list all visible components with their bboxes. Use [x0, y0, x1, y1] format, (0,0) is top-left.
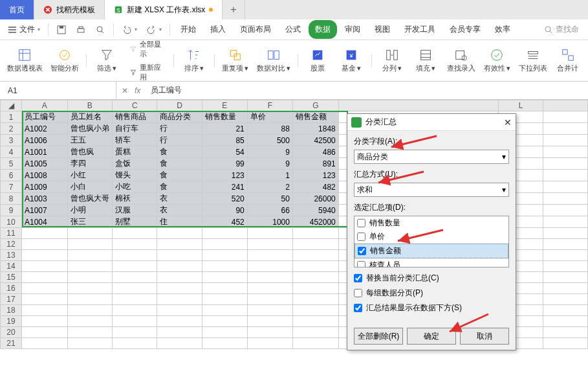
menu-view[interactable]: 视图 [368, 20, 397, 39]
split-button[interactable]: 分列 ▾ [376, 47, 408, 74]
row-header[interactable]: 19 [1, 316, 22, 327]
pivot-button[interactable]: 数据透视表 [4, 47, 45, 74]
stock-button[interactable]: 股票 [301, 47, 334, 74]
cell[interactable]: 曾也疯大哥 [67, 193, 112, 205]
cell[interactable]: 42500 [292, 135, 338, 146]
items-listbox[interactable]: 销售数量 单价 销售金额 核查人员 [354, 216, 509, 267]
lookup-button[interactable]: 查找录入 [443, 47, 479, 74]
showall-button[interactable]: 全部显示 [127, 38, 167, 60]
row-header[interactable]: 6 [1, 170, 22, 181]
row-header[interactable]: 21 [1, 338, 22, 349]
cell[interactable]: 452 [202, 216, 247, 228]
menu-review[interactable]: 审阅 [338, 20, 367, 39]
print-button[interactable] [72, 22, 90, 38]
undo-button[interactable]: ▾ [118, 22, 141, 38]
cell[interactable]: 486 [292, 146, 338, 158]
cell[interactable]: 9 [247, 158, 292, 170]
cell[interactable]: A1008 [22, 170, 68, 181]
cell[interactable]: 85 [202, 135, 247, 146]
cell[interactable]: 26000 [292, 193, 338, 205]
menu-pagelayout[interactable]: 页面布局 [234, 20, 278, 39]
cell[interactable]: 小吃 [113, 181, 157, 193]
cell[interactable]: 李四 [67, 158, 112, 170]
cell[interactable]: 食 [157, 170, 202, 181]
cell[interactable]: 销售金额 [292, 111, 338, 123]
pagebreak-check[interactable]: 每组数据分页(P) [354, 288, 509, 299]
cell[interactable]: A1007 [22, 205, 68, 216]
cell[interactable]: 50 [247, 193, 292, 205]
cell[interactable]: 自行车 [113, 123, 157, 135]
fund-button[interactable]: ¥基金 ▾ [335, 47, 367, 74]
reapply-button[interactable]: 重新应用 [127, 62, 167, 84]
duplicates-button[interactable]: 重复项 ▾ [219, 47, 252, 74]
cell[interactable]: 衣 [157, 205, 202, 216]
cell[interactable]: 520 [202, 193, 247, 205]
col-header[interactable]: G [292, 100, 338, 111]
col-header[interactable] [543, 100, 588, 111]
menu-efficiency[interactable]: 效率 [488, 20, 517, 39]
cell[interactable]: 891 [292, 158, 338, 170]
tab-new[interactable]: + [223, 0, 245, 19]
merge-calc-button[interactable]: 合并计 [552, 47, 584, 74]
cell[interactable]: A1001 [22, 146, 68, 158]
cell[interactable]: 棉袄 [113, 193, 157, 205]
method-select[interactable]: 求和▾ [354, 183, 509, 197]
row-header[interactable]: 3 [1, 135, 22, 146]
cell[interactable]: A1002 [22, 123, 68, 135]
tab-template[interactable]: 找稻壳模板 [34, 0, 105, 19]
cell[interactable]: 张三 [67, 216, 112, 228]
cell[interactable]: 66 [247, 205, 292, 216]
menu-devtools[interactable]: 开发工具 [398, 20, 442, 39]
formula-input[interactable]: 员工编号 [146, 85, 588, 96]
cell[interactable]: 单价 [247, 111, 292, 123]
cell[interactable]: 小白 [67, 181, 112, 193]
ok-button[interactable]: 确定 [407, 328, 456, 345]
close-icon[interactable]: ✕ [504, 117, 512, 128]
row-header[interactable]: 11 [1, 228, 22, 239]
row-header[interactable]: 8 [1, 193, 22, 205]
cell[interactable]: 21 [202, 123, 247, 135]
col-header[interactable] [338, 100, 498, 111]
menu-data[interactable]: 数据 [309, 20, 337, 39]
row-header[interactable]: 1 [1, 111, 22, 123]
row-header[interactable]: 10 [1, 216, 22, 228]
col-header[interactable]: A [22, 100, 68, 111]
menu-formula[interactable]: 公式 [279, 20, 307, 39]
select-all-corner[interactable]: ◢ [1, 100, 22, 111]
fill-button[interactable]: 填充 ▾ [409, 47, 442, 74]
cell[interactable]: 452000 [292, 216, 338, 228]
cell[interactable]: 5940 [292, 205, 338, 216]
tab-document[interactable]: S 新建 XLSX 工作表.xlsx [105, 0, 223, 19]
app-menu-button[interactable]: 文件▾ [4, 21, 44, 38]
cell[interactable]: 汉服 [113, 205, 157, 216]
search-commands[interactable]: 查找命 [544, 24, 584, 35]
row-header[interactable]: 9 [1, 205, 22, 216]
item-checkbox[interactable] [357, 219, 365, 227]
col-header[interactable]: C [113, 100, 157, 111]
cell[interactable]: 482 [292, 181, 338, 193]
cell[interactable]: 销售商品 [113, 111, 157, 123]
col-header[interactable]: E [202, 100, 247, 111]
cancel-button[interactable]: 取消 [460, 328, 509, 345]
row-header[interactable]: 18 [1, 305, 22, 316]
cancel-fx-icon[interactable]: ✕ [122, 86, 128, 95]
cell[interactable]: 轿车 [113, 135, 157, 146]
compare-button[interactable]: 数据对比 ▾ [254, 47, 294, 74]
cell[interactable]: 蛋糕 [113, 146, 157, 158]
row-header[interactable]: 20 [1, 327, 22, 338]
item-checkbox[interactable] [358, 247, 366, 255]
cell[interactable]: 500 [247, 135, 292, 146]
cell[interactable]: 住 [157, 216, 202, 228]
cell[interactable]: 员工编号 [22, 111, 68, 123]
cell[interactable]: 曾也疯小弟 [67, 123, 112, 135]
tab-home[interactable]: 首页 [0, 0, 34, 19]
cell[interactable]: 241 [202, 181, 247, 193]
cell[interactable]: 90 [202, 205, 247, 216]
fx-icon[interactable]: fx [135, 86, 140, 95]
row-header[interactable]: 15 [1, 272, 22, 283]
field-select[interactable]: 商品分类▾ [354, 150, 509, 164]
cell[interactable]: 小明 [67, 205, 112, 216]
dialog-titlebar[interactable]: 分类汇总 ✕ [347, 114, 516, 131]
redo-button[interactable]: ▾ [142, 22, 166, 38]
cell[interactable]: 曾也疯 [67, 146, 112, 158]
